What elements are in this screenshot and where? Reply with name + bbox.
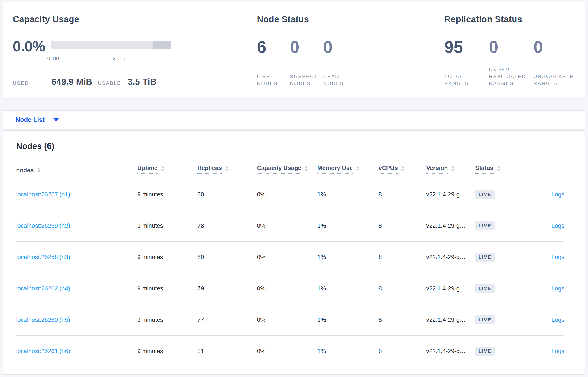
total-ranges-value: 95: [444, 39, 489, 55]
node-status-section: Node Status 6 LIVE NODES 0 SUSPECT NODES…: [257, 2, 444, 98]
memory-use-cell: 1%: [318, 210, 378, 241]
capacity-usage-cell: 0%: [257, 335, 318, 367]
node-link[interactable]: localhost:26260 (n5): [16, 317, 70, 323]
replicas-cell: 78: [197, 210, 257, 241]
vcpus-cell: 8: [378, 241, 426, 273]
capacity-usage-summary: USED 649.9 MiB USABLE 3.5 TiB: [13, 77, 257, 87]
logs-cell: Logs: [521, 241, 564, 273]
status-cell: LIVE: [475, 335, 521, 367]
logs-link[interactable]: Logs: [551, 254, 564, 260]
node-name-cell: localhost:26260 (n5): [16, 304, 137, 335]
node-link[interactable]: localhost:26261 (n6): [16, 348, 70, 354]
sort-icon[interactable]: [161, 166, 164, 171]
vcpus-cell: 8: [378, 335, 426, 367]
cluster-overview-page: Capacity Usage 0.0% 0 TiB: [0, 2, 588, 375]
capacity-usage-chart: 0.0% 0 TiB 2 TiB: [13, 39, 257, 63]
used-label: USED: [13, 80, 29, 86]
capacity-usage-section: Capacity Usage 0.0% 0 TiB: [3, 2, 257, 98]
node-name-cell: localhost:26262 (n4): [16, 273, 137, 304]
axis-tick: [85, 50, 85, 54]
memory-use-cell: 1%: [318, 273, 378, 304]
nodes-table-card: Nodes (6) nodesUptimeReplicasCapacity Us…: [3, 130, 585, 375]
under-replicated-ranges-stat: 0 UNDER-REPLICATED RANGES: [489, 39, 533, 87]
logs-link[interactable]: Logs: [551, 317, 564, 323]
node-link[interactable]: localhost:26262 (n4): [16, 285, 70, 292]
replication-status-section: Replication Status 95 TOTAL RANGES 0 UND…: [444, 2, 585, 98]
logs-cell: Logs: [521, 179, 564, 210]
memory-use-cell: 1%: [318, 304, 378, 335]
dead-nodes-value: 0: [323, 39, 356, 55]
logs-link[interactable]: Logs: [551, 223, 564, 229]
column-header-label[interactable]: vCPUs: [378, 165, 398, 174]
unavailable-ranges-label: UNAVAILABLE RANGES: [533, 73, 574, 87]
column-header-label[interactable]: Replicas: [197, 165, 222, 174]
logs-link[interactable]: Logs: [551, 348, 564, 354]
node-list-dropdown[interactable]: Node List: [15, 116, 59, 123]
sort-icon[interactable]: [401, 166, 404, 171]
column-header-label[interactable]: Memory Use: [318, 165, 353, 174]
capacity-usage-cell: 0%: [257, 304, 318, 335]
sort-icon[interactable]: [37, 167, 40, 172]
column-header[interactable]: Capacity Usage: [257, 165, 318, 179]
replicas-cell: 81: [197, 335, 257, 367]
memory-use-cell: 1%: [318, 241, 378, 273]
node-link[interactable]: localhost:26259 (n2): [16, 223, 70, 229]
replicas-cell: 80: [197, 179, 257, 210]
memory-use-cell: 1%: [318, 335, 378, 367]
column-header-label[interactable]: Version: [426, 165, 448, 174]
column-header[interactable]: nodes: [16, 165, 137, 179]
sort-icon[interactable]: [451, 166, 455, 171]
total-ranges-stat: 95 TOTAL RANGES: [444, 39, 489, 87]
sort-icon[interactable]: [225, 166, 228, 171]
replication-status-title: Replication Status: [444, 14, 585, 24]
unavailable-ranges-stat: 0 UNAVAILABLE RANGES: [533, 39, 578, 87]
table-row: localhost:26258 (n3) 9 minutes 80 0% 1% …: [16, 241, 564, 273]
usable-value: 3.5 TiB: [128, 77, 156, 87]
vcpus-cell: 8: [378, 273, 426, 304]
version-cell: v22.1.4-29-g…: [426, 179, 475, 210]
column-header[interactable]: vCPUs: [378, 165, 426, 179]
status-badge: LIVE: [475, 252, 495, 262]
uptime-cell: 9 minutes: [137, 241, 197, 273]
vcpus-cell: 8: [378, 179, 426, 210]
column-header[interactable]: Replicas: [197, 165, 257, 179]
node-link[interactable]: localhost:26257 (n1): [16, 191, 70, 198]
logs-link[interactable]: Logs: [551, 285, 564, 292]
sort-icon[interactable]: [305, 166, 308, 171]
status-cell: LIVE: [475, 179, 521, 210]
column-header[interactable]: Uptime: [137, 165, 197, 179]
sort-icon[interactable]: [497, 166, 500, 171]
node-link[interactable]: localhost:26258 (n3): [16, 254, 70, 260]
nodes-table-body: localhost:26257 (n1) 9 minutes 80 0% 1% …: [16, 179, 564, 367]
under-replicated-ranges-value: 0: [489, 39, 533, 55]
uptime-cell: 9 minutes: [137, 273, 197, 304]
logs-link[interactable]: Logs: [551, 191, 564, 198]
status-cell: LIVE: [475, 273, 521, 304]
column-header-label[interactable]: nodes: [16, 167, 34, 174]
version-cell: v22.1.4-29-g…: [426, 304, 475, 335]
status-badge: LIVE: [475, 315, 495, 324]
dead-nodes-stat: 0 DEAD NODES: [323, 39, 356, 87]
column-header-label[interactable]: Status: [475, 165, 494, 174]
table-row: localhost:26261 (n6) 9 minutes 81 0% 1% …: [16, 335, 564, 367]
version-cell: v22.1.4-29-g…: [426, 241, 475, 273]
used-value: 649.9 MiB: [51, 77, 92, 87]
column-header[interactable]: Version: [426, 165, 475, 179]
column-header-label[interactable]: Capacity Usage: [257, 165, 301, 174]
column-header-label[interactable]: Uptime: [137, 165, 158, 174]
status-cell: LIVE: [475, 304, 521, 335]
dead-nodes-label: DEAD NODES: [323, 73, 356, 87]
version-cell: v22.1.4-29-g…: [426, 210, 475, 241]
vcpus-cell: 8: [378, 304, 426, 335]
column-header[interactable]: Status: [475, 165, 521, 179]
column-header[interactable]: Memory Use: [318, 165, 378, 179]
sort-icon[interactable]: [356, 166, 360, 171]
live-nodes-label: LIVE NODES: [257, 73, 290, 87]
status-badge: LIVE: [475, 221, 495, 230]
uptime-cell: 9 minutes: [137, 335, 197, 367]
usable-label: USABLE: [98, 80, 121, 86]
uptime-cell: 9 minutes: [137, 304, 197, 335]
node-name-cell: localhost:26261 (n6): [16, 335, 137, 367]
version-cell: v22.1.4-29-g…: [426, 273, 475, 304]
status-cell: LIVE: [475, 241, 521, 273]
